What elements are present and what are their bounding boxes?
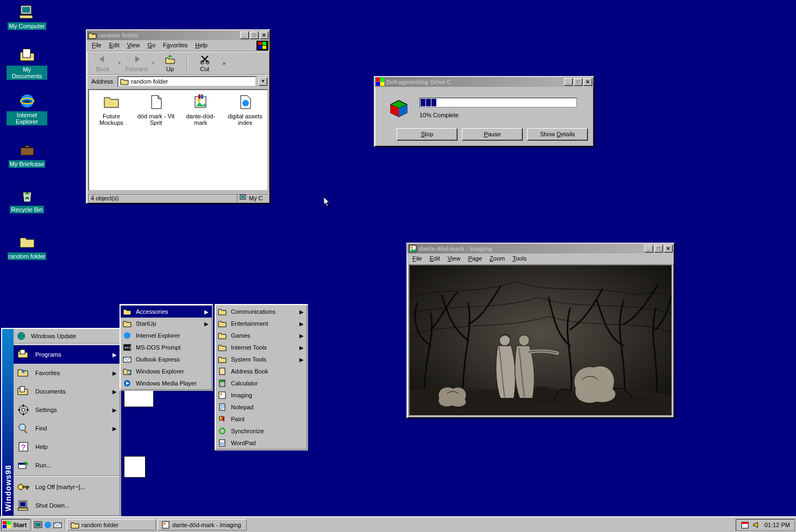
address-field[interactable]: random folder	[117, 76, 256, 87]
menu-tools[interactable]: Tools	[509, 254, 530, 263]
scissors-icon	[199, 54, 210, 65]
cut-button[interactable]: Cut	[190, 53, 220, 73]
start-item-shutdown[interactable]: Shut Down...	[14, 496, 120, 515]
submenu-arrow-icon: ▶	[299, 333, 304, 339]
menu-file[interactable]: File	[88, 41, 105, 50]
sub-item-internet-tools[interactable]: Internet Tools▶	[216, 341, 307, 353]
window-title: random folder	[98, 32, 239, 39]
minimize-button[interactable]: _	[240, 31, 249, 39]
minimize-button[interactable]: _	[564, 78, 573, 86]
taskbar-task-random-folder[interactable]: random folder	[67, 519, 156, 531]
explorer-titlebar[interactable]: random folder _ □ ✕	[87, 30, 269, 40]
sub-item-entertainment[interactable]: Entertainment▶	[216, 318, 307, 330]
sub-item-calculator[interactable]: Calculator	[216, 377, 307, 389]
sub-item-synchronize[interactable]: Synchronize	[216, 425, 307, 437]
up-button[interactable]: Up	[155, 53, 185, 73]
clock[interactable]: 01:12 PM	[764, 522, 790, 528]
maximize-button[interactable]: □	[250, 31, 259, 39]
sub-item-startup[interactable]: StartUp ▶	[121, 318, 212, 330]
file-item[interactable]: Future Mockups	[92, 93, 130, 126]
folder-icon	[71, 521, 79, 529]
sub-item-system-tools[interactable]: System Tools▶	[216, 353, 307, 365]
volume-icon[interactable]	[753, 521, 761, 529]
start-item-help[interactable]: ? Help	[14, 438, 120, 456]
svg-rect-22	[380, 78, 384, 81]
menu-help[interactable]: Help	[191, 41, 211, 50]
start-item-label: Windows Update	[31, 333, 76, 339]
file-item[interactable]: digital assets index	[226, 93, 264, 126]
run-icon	[17, 459, 30, 472]
defrag-titlebar[interactable]: Defragmenting Drive C _ □ ✕	[375, 77, 593, 87]
start-item-windows-update[interactable]: Windows Update	[14, 330, 120, 342]
outlook-icon[interactable]	[53, 521, 62, 529]
menu-view[interactable]: View	[123, 41, 144, 50]
sub-item-wmp[interactable]: Windows Media Player	[121, 377, 212, 389]
start-button[interactable]: Start	[1, 519, 30, 531]
imaging-canvas[interactable]	[409, 264, 673, 416]
desktop-icon-briefcase[interactable]: My Briefcase	[7, 141, 47, 168]
sub-item-imaging[interactable]: Imaging	[216, 389, 307, 401]
file-item[interactable]: död mark - Vit Sprit	[137, 93, 175, 126]
ie-icon[interactable]	[43, 521, 52, 529]
menu-view[interactable]: View	[444, 254, 465, 263]
programs-icon	[17, 348, 30, 361]
menu-favorites[interactable]: Favorites	[159, 41, 191, 50]
sub-item-ie[interactable]: Internet Explorer	[121, 330, 212, 341]
scheduler-icon[interactable]	[741, 521, 749, 529]
close-button[interactable]: ✕	[664, 245, 673, 252]
back-button[interactable]: Back	[88, 53, 117, 73]
maximize-button[interactable]: □	[654, 245, 663, 252]
sub-item-outlook[interactable]: Outlook Express	[121, 353, 212, 365]
quick-launch	[32, 519, 64, 531]
imaging-titlebar[interactable]: dante-död-mark - Imaging _ □ ✕	[408, 244, 674, 254]
svg-rect-1	[22, 7, 30, 12]
desktop-icon-my-computer[interactable]: My Computer	[7, 3, 47, 30]
sub-item-communications[interactable]: Communications▶	[216, 306, 307, 318]
stop-button[interactable]: Stop	[397, 128, 457, 141]
sub-item-msdos[interactable]: MS MS-DOS Prompt	[121, 341, 212, 353]
sub-item-games[interactable]: Games▶	[216, 330, 307, 341]
my-computer-icon	[18, 3, 36, 21]
sub-item-accessories[interactable]: Accessories ▶	[121, 306, 212, 318]
sub-item-address-book[interactable]: Address Book	[216, 365, 307, 377]
menu-go[interactable]: Go	[143, 41, 159, 50]
minimize-button[interactable]: _	[644, 245, 653, 252]
start-item-programs[interactable]: Programs ▶	[14, 345, 120, 364]
desktop-icon-label: My Documents	[7, 66, 47, 80]
menu-edit[interactable]: Edit	[105, 41, 123, 50]
desktop-icon-recycle-bin[interactable]: Recycle Bin	[7, 187, 47, 213]
sub-item-notepad[interactable]: Notepad	[216, 401, 307, 413]
address-bar: Address random folder ▼	[87, 74, 269, 88]
desktop-icon-my-documents[interactable]: My Documents	[7, 47, 47, 80]
show-desktop-icon[interactable]	[34, 521, 42, 529]
start-item-settings[interactable]: Settings ▶	[14, 401, 120, 419]
explorer-body[interactable]: Future Mockups död mark - Vit Sprit dant…	[88, 89, 268, 191]
file-item[interactable]: dante-död-mark	[181, 93, 220, 126]
forward-button[interactable]: Forward	[122, 53, 151, 73]
menu-page[interactable]: Page	[464, 254, 486, 263]
desktop-icon-random-folder[interactable]: random folder	[7, 233, 47, 260]
start-item-favorites[interactable]: Favorites ▶	[14, 364, 120, 382]
sub-item-paint[interactable]: Paint	[216, 413, 307, 425]
close-button[interactable]: ✕	[260, 31, 268, 39]
menu-zoom[interactable]: Zoom	[486, 254, 509, 263]
sub-item-wordpad[interactable]: WWordPad	[216, 437, 307, 449]
desktop-icon-ie[interactable]: Internet Explorer	[7, 92, 47, 125]
maximize-button[interactable]: □	[574, 78, 582, 86]
sub-item-explorer[interactable]: Windows Explorer	[121, 365, 212, 377]
toolbar-more-chevron[interactable]: »	[220, 60, 229, 66]
tool-label: Up	[166, 66, 174, 72]
file-label: digital assets index	[226, 113, 264, 126]
start-item-documents[interactable]: Documents ▶	[14, 382, 120, 401]
address-dropdown-button[interactable]: ▼	[259, 77, 267, 86]
pause-button[interactable]: Pause	[462, 128, 523, 141]
taskbar-task-imaging[interactable]: dante-död-mark - Imaging	[158, 519, 247, 531]
show-details-button[interactable]: Show Details	[527, 128, 588, 141]
start-item-run[interactable]: Run...	[14, 456, 120, 474]
start-item-logoff[interactable]: Log Off [martyr~]...	[14, 478, 120, 496]
menu-edit[interactable]: Edit	[426, 254, 444, 263]
close-button[interactable]: ✕	[584, 78, 592, 86]
folder-icon	[120, 77, 129, 86]
start-item-find[interactable]: Find ▶	[14, 419, 120, 438]
menu-file[interactable]: File	[409, 254, 426, 263]
